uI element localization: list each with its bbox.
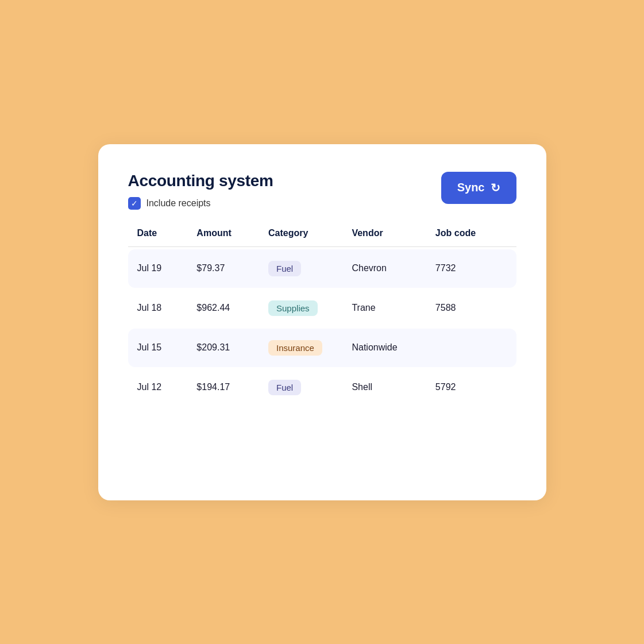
accounting-card: Accounting system ✓ Include receipts Syn… <box>98 144 546 500</box>
cell-jobcode: 7732 <box>435 263 507 273</box>
cell-date: Jul 12 <box>137 382 197 392</box>
col-header-vendor: Vendor <box>352 228 435 238</box>
table-header: Date Amount Category Vendor Job code <box>128 228 516 247</box>
col-header-category: Category <box>268 228 352 238</box>
cell-vendor: Shell <box>352 382 435 392</box>
cell-date: Jul 19 <box>137 263 197 273</box>
cell-amount: $962.44 <box>196 303 268 313</box>
category-badge: Fuel <box>268 380 301 395</box>
cell-amount: $209.31 <box>196 342 268 353</box>
cell-date: Jul 15 <box>137 342 197 353</box>
table-row: Jul 15 $209.31 Insurance Nationwide <box>128 329 516 367</box>
include-receipts-label: Include receipts <box>146 198 211 209</box>
cell-category: Supplies <box>268 300 352 316</box>
include-receipts-checkbox[interactable]: ✓ <box>128 197 141 210</box>
cell-category: Fuel <box>268 380 352 395</box>
sync-button-label: Sync <box>457 181 485 194</box>
transactions-table: Date Amount Category Vendor Job code Jul… <box>128 228 516 407</box>
card-title: Accounting system <box>128 172 273 190</box>
col-header-amount: Amount <box>196 228 268 238</box>
card-header: Accounting system ✓ Include receipts Syn… <box>128 172 516 210</box>
cell-amount: $79.37 <box>196 263 268 273</box>
category-badge: Insurance <box>268 340 322 356</box>
col-header-jobcode: Job code <box>435 228 507 238</box>
include-receipts-checkbox-label[interactable]: ✓ Include receipts <box>128 197 273 210</box>
category-badge: Supplies <box>268 300 318 316</box>
cell-date: Jul 18 <box>137 303 197 313</box>
table-body: Jul 19 $79.37 Fuel Chevron 7732 Jul 18 $… <box>128 249 516 407</box>
checkmark-icon: ✓ <box>131 199 138 207</box>
cell-vendor: Trane <box>352 303 435 313</box>
table-row: Jul 19 $79.37 Fuel Chevron 7732 <box>128 249 516 288</box>
sync-icon: ↻ <box>491 181 500 195</box>
table-row: Jul 12 $194.17 Fuel Shell 5792 <box>128 368 516 407</box>
col-header-date: Date <box>137 228 197 238</box>
cell-vendor: Chevron <box>352 263 435 273</box>
cell-category: Fuel <box>268 261 352 276</box>
cell-category: Insurance <box>268 340 352 356</box>
card-title-area: Accounting system ✓ Include receipts <box>128 172 273 210</box>
cell-jobcode: 5792 <box>435 382 507 392</box>
table-row: Jul 18 $962.44 Supplies Trane 7588 <box>128 289 516 327</box>
cell-amount: $194.17 <box>196 382 268 392</box>
category-badge: Fuel <box>268 261 301 276</box>
sync-button[interactable]: Sync ↻ <box>441 172 516 204</box>
cell-jobcode: 7588 <box>435 303 507 313</box>
cell-vendor: Nationwide <box>352 342 435 353</box>
